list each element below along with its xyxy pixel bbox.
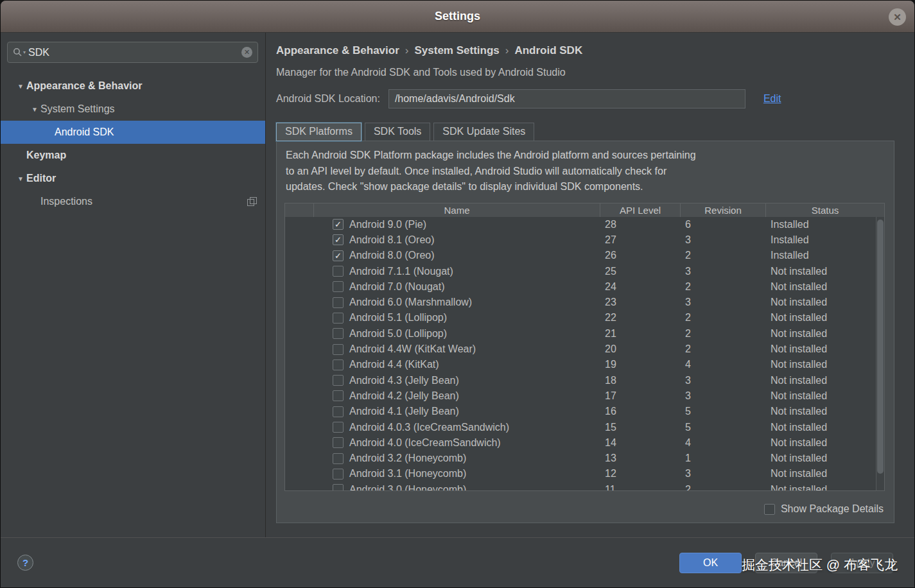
row-checkbox[interactable] xyxy=(333,484,344,490)
description-line: updates. Check "show package details" to… xyxy=(286,179,885,195)
platform-row-android-4-2-jelly-bean[interactable]: Android 4.2 (Jelly Bean)173Not installed xyxy=(285,388,884,404)
sidebar-item-editor[interactable]: ▼Editor xyxy=(1,167,265,190)
platform-row-android-3-2-honeycomb[interactable]: Android 3.2 (Honeycomb)131Not installed xyxy=(285,451,884,466)
platform-row-android-4-4-kitkat[interactable]: Android 4.4 (KitKat)194Not installed xyxy=(285,357,884,372)
sdk-location-input[interactable] xyxy=(388,89,745,108)
platform-row-android-4-0-icecreamsandwich[interactable]: Android 4.0 (IceCreamSandwich)144Not ins… xyxy=(285,435,884,451)
header-revision[interactable]: Revision xyxy=(680,203,765,217)
api-level-cell: 15 xyxy=(600,419,680,435)
clear-search-icon[interactable]: ✕ xyxy=(241,47,252,58)
platform-row-android-8-0-oreo[interactable]: ✓Android 8.0 (Oreo)262Installed xyxy=(285,248,884,263)
row-checkbox[interactable] xyxy=(333,297,344,308)
sidebar-item-label: Appearance & Behavior xyxy=(26,80,143,92)
sidebar-item-system-settings[interactable]: ▼System Settings xyxy=(1,98,265,121)
platform-row-android-7-1-1-nougat[interactable]: Android 7.1.1 (Nougat)253Not installed xyxy=(285,263,884,279)
settings-window: Settings ✕ ▾ ✕ ▼Appearance & Behavior▼Sy… xyxy=(0,0,915,588)
scrollbar-thumb[interactable] xyxy=(877,220,884,474)
platform-row-android-7-0-nougat[interactable]: Android 7.0 (Nougat)242Not installed xyxy=(285,279,884,295)
breadcrumb-item-android-sdk[interactable]: Android SDK xyxy=(514,44,582,57)
name-cell: ✓Android 8.0 (Oreo) xyxy=(313,248,600,263)
row-checkbox[interactable] xyxy=(333,406,344,417)
row-checkbox[interactable] xyxy=(333,281,344,292)
row-checkbox[interactable] xyxy=(333,375,344,386)
row-checkbox[interactable] xyxy=(333,390,344,401)
table-scrollbar[interactable] xyxy=(876,217,884,490)
name-cell: Android 4.4 (KitKat) xyxy=(313,357,600,372)
footer-buttons: OK Cancel Apply xyxy=(679,553,893,573)
revision-cell: 5 xyxy=(680,404,765,419)
breadcrumb-item-system-settings[interactable]: System Settings xyxy=(414,44,499,57)
api-level-cell: 16 xyxy=(600,404,680,419)
titlebar[interactable]: Settings ✕ xyxy=(1,1,914,33)
show-package-details-label: Show Package Details xyxy=(781,503,884,515)
breadcrumb-separator: › xyxy=(505,44,509,57)
show-package-details[interactable]: Show Package Details xyxy=(764,503,884,515)
row-checkbox[interactable] xyxy=(333,422,344,433)
chevron-down-icon[interactable]: ▼ xyxy=(15,175,26,182)
row-gutter xyxy=(285,435,313,451)
api-level-cell: 25 xyxy=(600,263,680,279)
tab-sdk-platforms[interactable]: SDK Platforms xyxy=(276,123,362,141)
platform-row-android-5-1-lollipop[interactable]: Android 5.1 (Lollipop)222Not installed xyxy=(285,310,884,325)
api-level-cell: 26 xyxy=(600,248,680,263)
show-package-details-checkbox[interactable] xyxy=(764,504,775,515)
platform-row-android-6-0-marshmallow[interactable]: Android 6.0 (Marshmallow)233Not installe… xyxy=(285,295,884,310)
platform-row-android-5-0-lollipop[interactable]: Android 5.0 (Lollipop)212Not installed xyxy=(285,326,884,342)
chevron-down-icon[interactable]: ▼ xyxy=(15,83,26,90)
row-checkbox[interactable] xyxy=(333,328,344,339)
search-box[interactable]: ▾ ✕ xyxy=(7,42,258,63)
breadcrumb-item-appearance-behavior[interactable]: Appearance & Behavior xyxy=(276,44,399,57)
row-checkbox[interactable] xyxy=(333,266,344,277)
platform-row-android-3-1-honeycomb[interactable]: Android 3.1 (Honeycomb)123Not installed xyxy=(285,466,884,481)
platform-row-android-4-3-jelly-bean[interactable]: Android 4.3 (Jelly Bean)183Not installed xyxy=(285,372,884,388)
platform-row-android-9-0-pie[interactable]: ✓Android 9.0 (Pie)286Installed xyxy=(285,217,884,232)
sidebar-item-label: Editor xyxy=(26,173,56,184)
tab-sdk-tools[interactable]: SDK Tools xyxy=(365,123,430,141)
row-checkbox[interactable] xyxy=(333,313,344,324)
platform-row-android-4-1-jelly-bean[interactable]: Android 4.1 (Jelly Bean)165Not installed xyxy=(285,404,884,419)
sidebar-item-inspections[interactable]: Inspections xyxy=(1,190,265,213)
row-checkbox[interactable] xyxy=(333,469,344,480)
api-level-cell: 27 xyxy=(600,232,680,248)
revision-cell: 3 xyxy=(680,372,765,388)
sidebar-item-appearance-behavior[interactable]: ▼Appearance & Behavior xyxy=(1,74,265,98)
window-title: Settings xyxy=(435,10,480,23)
sidebar-item-keymap[interactable]: Keymap xyxy=(1,144,265,167)
platform-row-android-8-1-oreo[interactable]: ✓Android 8.1 (Oreo)273Installed xyxy=(285,232,884,248)
platform-name: Android 4.4W (KitKat Wear) xyxy=(349,343,476,355)
revision-cell: 2 xyxy=(680,310,765,325)
edit-link[interactable]: Edit xyxy=(763,93,781,105)
row-checkbox[interactable] xyxy=(333,437,344,448)
header-api-level[interactable]: API Level xyxy=(600,203,680,217)
cancel-button[interactable]: Cancel xyxy=(755,553,817,573)
search-input[interactable] xyxy=(28,47,241,58)
header-name[interactable]: Name xyxy=(313,203,600,217)
platform-row-android-4-0-3-icecreamsandwich[interactable]: Android 4.0.3 (IceCreamSandwich)155Not i… xyxy=(285,419,884,435)
revision-cell: 1 xyxy=(680,451,765,466)
row-checkbox[interactable] xyxy=(333,344,344,355)
platform-row-android-3-0-honeycomb[interactable]: Android 3.0 (Honeycomb)112Not installed xyxy=(285,482,884,490)
header-status[interactable]: Status xyxy=(765,203,884,217)
help-icon[interactable]: ? xyxy=(17,555,33,571)
row-gutter xyxy=(285,357,313,372)
chevron-down-icon[interactable]: ▼ xyxy=(29,106,40,113)
row-checkbox[interactable]: ✓ xyxy=(333,219,344,230)
row-checkbox[interactable]: ✓ xyxy=(333,250,344,261)
row-checkbox[interactable] xyxy=(333,359,344,370)
status-cell: Not installed xyxy=(765,263,884,279)
apply-button[interactable]: Apply xyxy=(831,553,893,573)
platform-name: Android 3.2 (Honeycomb) xyxy=(349,453,466,464)
name-cell: Android 3.1 (Honeycomb) xyxy=(313,466,600,481)
sidebar-item-android-sdk[interactable]: Android SDK xyxy=(1,121,265,144)
main-panel: Appearance & Behavior›System Settings›An… xyxy=(266,33,914,537)
ok-button[interactable]: OK xyxy=(679,553,742,573)
row-checkbox[interactable] xyxy=(333,453,344,464)
tab-sdk-update-sites[interactable]: SDK Update Sites xyxy=(433,123,534,141)
description-line: Each Android SDK Platform package includ… xyxy=(286,148,885,164)
sdk-location-label: Android SDK Location: xyxy=(276,93,380,105)
row-checkbox[interactable]: ✓ xyxy=(333,234,344,245)
platform-row-android-4-4w-kitkat-wear[interactable]: Android 4.4W (KitKat Wear)202Not install… xyxy=(285,342,884,357)
row-gutter xyxy=(285,248,313,263)
row-gutter xyxy=(285,310,313,325)
close-icon[interactable]: ✕ xyxy=(889,8,906,26)
